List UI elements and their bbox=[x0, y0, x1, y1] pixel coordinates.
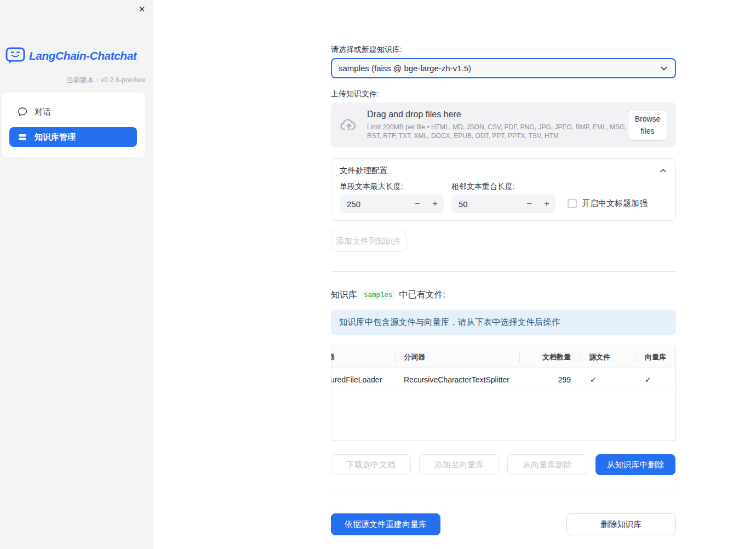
sidebar-item-label: 知识库管理 bbox=[35, 132, 76, 142]
chevron-down-icon bbox=[660, 64, 668, 73]
table-row[interactable]: UnstructuredFileLoader RecursiveCharacte… bbox=[331, 369, 675, 391]
overlap-size-input[interactable]: 50 − + bbox=[451, 195, 555, 213]
divider bbox=[331, 271, 676, 272]
kb-name-code: samples bbox=[362, 290, 395, 300]
file-dropzone[interactable]: Drag and drop files here Limit 200MB per… bbox=[331, 102, 676, 147]
chunk-size-input[interactable]: 250 − + bbox=[340, 195, 444, 213]
app-title: LangChain-Chatchat bbox=[29, 49, 136, 62]
cell-vector-check: ✓ bbox=[645, 369, 651, 391]
sidebar-item-dialogue[interactable]: 对话 bbox=[9, 102, 137, 122]
dropzone-limit-text: Limit 200MB per file • HTML, MD, JSON, C… bbox=[367, 123, 627, 140]
header-separator bbox=[395, 352, 396, 363]
chat-bubble-logo-icon bbox=[5, 47, 25, 64]
version-label: 当前版本： bbox=[66, 76, 101, 84]
cloud-upload-icon bbox=[340, 117, 358, 133]
heading-prefix: 知识库 bbox=[331, 289, 357, 301]
expander-header[interactable]: 文件处理配置 bbox=[331, 159, 675, 176]
kb-select-label: 请选择或新建知识库: bbox=[331, 45, 676, 55]
chevron-up-icon bbox=[659, 167, 667, 175]
table-header-row: 文档加载器 分词器 文档数量 源文件 向量库 bbox=[331, 346, 675, 368]
version-value: v0.2.6-preview bbox=[101, 76, 145, 84]
overlap-size-label: 相邻文本重合长度: bbox=[451, 182, 515, 192]
col-header-vector-store: 向量库 bbox=[645, 346, 666, 368]
info-banner-text: 知识库中包含源文件与向量库，请从下表中选择文件后操作 bbox=[339, 317, 560, 328]
version-info: 当前版本：v0.2.6-preview bbox=[0, 76, 145, 85]
dropzone-text: Drag and drop files here Limit 200MB per… bbox=[367, 110, 628, 140]
rebuild-vector-store-button[interactable]: 依据源文件重建向量库 bbox=[331, 513, 440, 535]
add-to-vector-store-button[interactable]: 添加至向量库 bbox=[419, 454, 499, 475]
sidebar-close-icon[interactable]: ✕ bbox=[136, 3, 148, 15]
upload-label: 上传知识文件: bbox=[331, 89, 676, 99]
info-banner: 知识库中包含源文件与向量库，请从下表中选择文件后操作 bbox=[331, 310, 676, 335]
delete-kb-button[interactable]: 删除知识库 bbox=[566, 513, 676, 535]
kb-files-heading: 知识库 samples 中已有文件: bbox=[331, 289, 676, 301]
expander-title: 文件处理配置 bbox=[340, 165, 387, 176]
overlap-size-increment-button[interactable]: + bbox=[538, 195, 555, 213]
browse-files-button[interactable]: Browse files bbox=[628, 109, 667, 141]
divider bbox=[331, 494, 676, 494]
delete-from-kb-button[interactable]: 从知识库中删除 bbox=[595, 454, 675, 475]
chunk-size-decrement-button[interactable]: − bbox=[409, 195, 426, 213]
chunk-size-label: 单段文本最大长度: bbox=[340, 182, 403, 192]
zh-title-enhance-checkbox[interactable]: 开启中文标题加强 bbox=[568, 198, 648, 209]
header-separator bbox=[580, 352, 580, 363]
cell-loader: UnstructuredFileLoader bbox=[331, 369, 394, 391]
heading-suffix: 中已有文件: bbox=[399, 289, 445, 301]
cell-source-check: ✓ bbox=[590, 369, 597, 391]
overlap-size-value: 50 bbox=[459, 199, 520, 209]
checkbox-label: 开启中文标题加强 bbox=[582, 198, 648, 209]
sidebar: ✕ LangChain-Chatchat 当前版本：v0.2.6-preview… bbox=[0, 0, 153, 549]
header-separator bbox=[635, 352, 635, 363]
chat-icon bbox=[18, 107, 27, 117]
kb-footer-actions: 依据源文件重建向量库 删除知识库 bbox=[331, 513, 676, 535]
add-files-to-kb-button[interactable]: 添加文件到知识库 bbox=[331, 231, 406, 251]
chunk-size-increment-button[interactable]: + bbox=[426, 195, 444, 213]
kb-select-value: samples (faiss @ bge-large-zh-v1.5) bbox=[339, 64, 660, 73]
app-logo: LangChain-Chatchat bbox=[5, 47, 136, 64]
col-header-source-file: 源文件 bbox=[589, 346, 610, 368]
main-content: 请选择或新建知识库: samples (faiss @ bge-large-zh… bbox=[331, 0, 676, 535]
delete-from-vector-store-button[interactable]: 从向量库删除 bbox=[507, 454, 587, 475]
cell-splitter: RecursiveCharacterTextSplitter bbox=[404, 369, 509, 391]
file-config-expander: 文件处理配置 单段文本最大长度: 250 − + 相邻文本重合长度: 50 − … bbox=[331, 158, 676, 221]
col-header-splitter: 分词器 bbox=[404, 346, 425, 368]
sidebar-item-label: 对话 bbox=[35, 107, 51, 117]
col-header-loader: 文档加载器 bbox=[331, 346, 394, 368]
sidebar-item-kb-management[interactable]: 知识库管理 bbox=[9, 127, 137, 147]
kb-files-table[interactable]: 文档加载器 分词器 文档数量 源文件 向量库 UnstructuredFileL… bbox=[331, 346, 676, 441]
kb-list-icon bbox=[18, 132, 27, 142]
dropzone-instruction: Drag and drop files here bbox=[367, 110, 628, 119]
checkbox-box[interactable] bbox=[568, 199, 577, 208]
col-header-doc-count: 文档数量 bbox=[519, 346, 571, 368]
kb-select[interactable]: samples (faiss @ bge-large-zh-v1.5) bbox=[331, 58, 676, 78]
file-actions-row: 下载选中文档 添加至向量库 从向量库删除 从知识库中删除 bbox=[331, 454, 676, 475]
sidebar-nav: 对话 知识库管理 bbox=[2, 93, 145, 157]
chunk-size-value: 250 bbox=[347, 199, 409, 209]
download-selected-button[interactable]: 下载选中文档 bbox=[331, 454, 411, 475]
overlap-size-decrement-button[interactable]: − bbox=[520, 195, 538, 213]
cell-doc-count: 299 bbox=[519, 369, 571, 391]
